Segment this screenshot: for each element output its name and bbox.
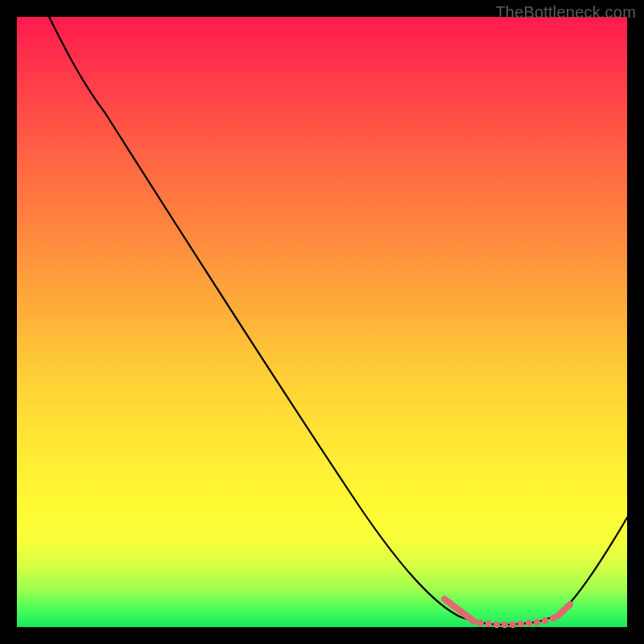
marker-dot (534, 619, 540, 625)
chart-frame: TheBottleneck.com (0, 0, 644, 644)
marker-dot (542, 617, 548, 624)
marker-dot (502, 621, 508, 628)
marker-dot (510, 621, 516, 628)
watermark-text: TheBottleneck.com (495, 3, 636, 22)
marker-dot (518, 621, 524, 627)
marker-dot (485, 621, 492, 627)
curve-svg (17, 17, 627, 627)
marker-dot (477, 620, 484, 626)
marker-dot (526, 620, 532, 626)
marker-dot (493, 621, 500, 628)
marker-segment-right (558, 605, 570, 616)
plot-area (17, 17, 627, 627)
bottleneck-curve (49, 17, 627, 625)
